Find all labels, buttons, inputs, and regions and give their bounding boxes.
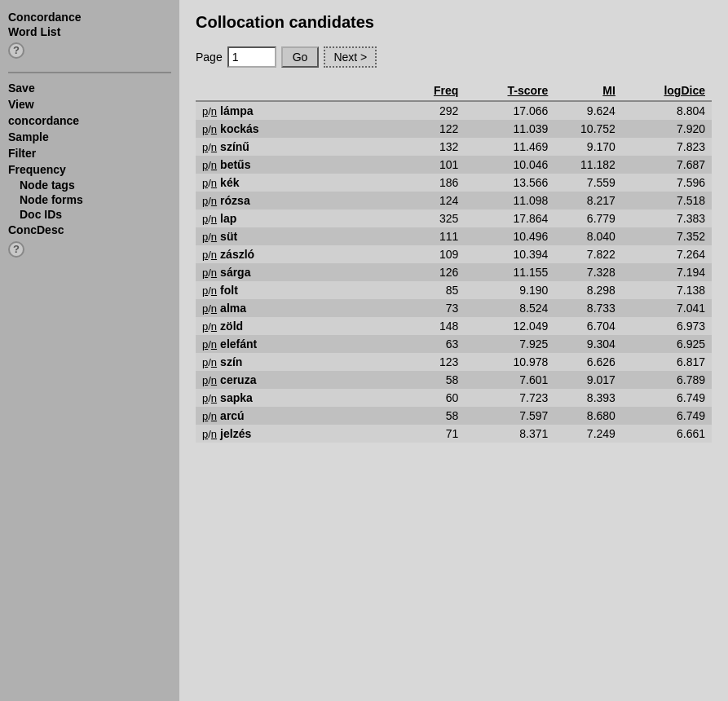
pn-link[interactable]: p/n (202, 231, 217, 243)
freq-cell: 101 (398, 156, 465, 174)
col-header-freq[interactable]: Freq (398, 82, 465, 101)
word-text[interactable]: folt (220, 284, 238, 297)
logdice-cell: 7.518 (622, 192, 712, 209)
pn-link[interactable]: p/n (202, 338, 217, 350)
mi-cell: 8.217 (554, 192, 622, 209)
logdice-cell: 6.749 (622, 407, 712, 425)
pn-link[interactable]: p/n (202, 141, 217, 153)
table-row: p/nlámpa29217.0669.6248.804 (196, 101, 712, 120)
col-header-tscore[interactable]: T-score (465, 82, 554, 101)
logdice-cell: 7.596 (622, 174, 712, 192)
logdice-cell: 7.138 (622, 281, 712, 299)
word-text[interactable]: kockás (220, 122, 258, 135)
word-text[interactable]: betűs (220, 158, 250, 171)
word-text[interactable]: lámpa (220, 104, 253, 117)
word-text[interactable]: arcú (220, 409, 245, 422)
word-text[interactable]: zöld (220, 320, 243, 333)
freq-cell: 58 (398, 371, 465, 389)
page-label: Page (196, 51, 223, 64)
sidebar-item-concordance[interactable]: Concordance (8, 10, 171, 24)
sidebar-item-doc-ids[interactable]: Doc IDs (8, 207, 171, 222)
go-button[interactable]: Go (281, 46, 320, 68)
pn-link[interactable]: p/n (202, 302, 217, 315)
pn-link[interactable]: p/n (202, 249, 217, 261)
word-cell: p/nlap (196, 209, 398, 227)
word-text[interactable]: jelzés (220, 427, 251, 440)
word-cell: p/nsárga (196, 263, 398, 281)
pn-link[interactable]: p/n (202, 374, 217, 386)
pn-link[interactable]: p/n (202, 356, 217, 368)
tscore-cell: 8.371 (465, 425, 554, 443)
word-text[interactable]: színű (220, 140, 249, 153)
sidebar-item-view[interactable]: View (8, 96, 171, 112)
mi-cell: 7.559 (554, 174, 622, 192)
freq-cell: 122 (398, 120, 465, 138)
sidebar-item-node-tags[interactable]: Node tags (8, 178, 171, 192)
col-header-mi[interactable]: MI (554, 82, 622, 101)
tscore-cell: 11.039 (465, 120, 554, 138)
pn-link[interactable]: p/n (202, 284, 217, 297)
sidebar-item-frequency[interactable]: Frequency (8, 161, 171, 178)
word-cell: p/nszín (196, 353, 398, 371)
word-text[interactable]: kék (220, 176, 239, 189)
help-icon-bottom[interactable]: ? (8, 241, 24, 258)
tscore-cell: 7.597 (465, 407, 554, 425)
word-text[interactable]: szín (220, 355, 242, 368)
pn-link[interactable]: p/n (202, 320, 217, 333)
freq-cell: 123 (398, 353, 465, 371)
table-row: p/nalma738.5248.7337.041 (196, 299, 712, 317)
page-input[interactable] (227, 46, 276, 68)
word-text[interactable]: sárga (220, 266, 250, 279)
word-text[interactable]: elefánt (220, 337, 257, 350)
sidebar-item-filter[interactable]: Filter (8, 145, 171, 161)
help-icon-top[interactable]: ? (8, 42, 24, 59)
mi-cell: 9.304 (554, 335, 622, 353)
sidebar-item-sample[interactable]: Sample (8, 129, 171, 145)
pn-link[interactable]: p/n (202, 105, 217, 117)
logdice-cell: 6.817 (622, 353, 712, 371)
word-cell: p/nfolt (196, 281, 398, 299)
sidebar-item-node-forms[interactable]: Node forms (8, 192, 171, 207)
pn-link[interactable]: p/n (202, 177, 217, 189)
col-header-logdice[interactable]: logDice (622, 82, 712, 101)
pn-link[interactable]: p/n (202, 410, 217, 422)
word-text[interactable]: ceruza (220, 373, 256, 386)
logdice-cell: 7.823 (622, 138, 712, 156)
pn-link[interactable]: p/n (202, 213, 217, 225)
col-header-word (196, 82, 398, 101)
word-text[interactable]: zászló (220, 248, 254, 261)
freq-cell: 126 (398, 263, 465, 281)
sidebar-item-save[interactable]: Save (8, 80, 171, 96)
pn-link[interactable]: p/n (202, 428, 217, 440)
freq-cell: 186 (398, 174, 465, 192)
word-text[interactable]: alma (220, 302, 246, 315)
sidebar-top-group: Concordance Word List ? (8, 10, 171, 59)
sidebar-item-word-list[interactable]: Word List (8, 24, 171, 39)
pagination-row: Page Go Next > (196, 46, 712, 68)
word-text[interactable]: süt (220, 230, 237, 243)
logdice-cell: 6.973 (622, 317, 712, 335)
word-cell: p/nzászló (196, 245, 398, 263)
next-button[interactable]: Next > (324, 46, 377, 68)
tscore-cell: 9.190 (465, 281, 554, 299)
word-cell: p/nzöld (196, 317, 398, 335)
word-text[interactable]: lap (220, 212, 236, 225)
pn-link[interactable]: p/n (202, 392, 217, 404)
pn-link[interactable]: p/n (202, 195, 217, 207)
logdice-cell: 7.383 (622, 209, 712, 227)
pn-link[interactable]: p/n (202, 267, 217, 279)
tscore-cell: 11.098 (465, 192, 554, 209)
tscore-cell: 17.066 (465, 101, 554, 120)
sidebar-item-concdesc[interactable]: ConcDesc (8, 222, 171, 238)
mi-cell: 8.680 (554, 407, 622, 425)
table-row: p/nkék18613.5667.5597.596 (196, 174, 712, 192)
sidebar-item-concordance-link[interactable]: concordance (8, 112, 171, 129)
pn-link[interactable]: p/n (202, 123, 217, 135)
word-text[interactable]: sapka (220, 391, 253, 404)
mi-cell: 8.298 (554, 281, 622, 299)
word-text[interactable]: rózsa (220, 194, 250, 207)
freq-cell: 73 (398, 299, 465, 317)
table-row: p/njelzés718.3717.2496.661 (196, 425, 712, 443)
tscore-cell: 13.566 (465, 174, 554, 192)
pn-link[interactable]: p/n (202, 159, 217, 171)
